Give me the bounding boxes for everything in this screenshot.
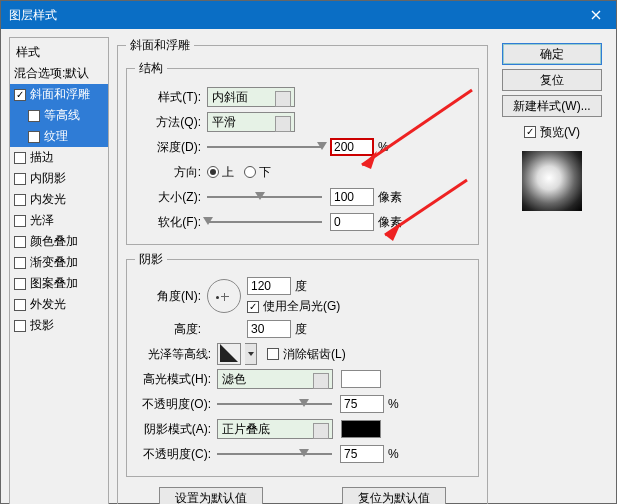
styles-list: 样式 混合选项:默认 斜面和浮雕等高线纹理描边内阴影内发光光泽颜色叠加渐变叠加图…	[9, 37, 109, 504]
titlebar[interactable]: 图层样式	[1, 1, 616, 29]
style-item-checkbox[interactable]	[14, 299, 26, 311]
size-label: 大小(Z):	[135, 189, 207, 206]
style-item-label: 颜色叠加	[30, 233, 78, 250]
close-button[interactable]	[576, 1, 616, 29]
style-item-checkbox[interactable]	[14, 89, 26, 101]
style-item-checkbox[interactable]	[14, 278, 26, 290]
style-item-0[interactable]: 斜面和浮雕	[10, 84, 108, 105]
style-item-label: 描边	[30, 149, 54, 166]
highlight-mode-combo[interactable]: 滤色	[217, 369, 333, 389]
preview-swatch	[522, 151, 582, 211]
style-item-4[interactable]: 内阴影	[10, 168, 108, 189]
depth-slider[interactable]	[207, 140, 322, 154]
gloss-label: 光泽等高线:	[135, 346, 217, 363]
cancel-button[interactable]: 复位	[502, 69, 602, 91]
direction-down-radio[interactable]	[244, 166, 256, 178]
style-item-label: 光泽	[30, 212, 54, 229]
soften-unit: 像素	[378, 214, 402, 231]
style-item-2[interactable]: 纹理	[10, 126, 108, 147]
style-item-checkbox[interactable]	[28, 131, 40, 143]
depth-label: 深度(D):	[135, 139, 207, 156]
bevel-group-title: 斜面和浮雕	[126, 37, 194, 54]
style-item-label: 内阴影	[30, 170, 66, 187]
style-item-7[interactable]: 颜色叠加	[10, 231, 108, 252]
highlight-opacity-input[interactable]: 75	[340, 395, 384, 413]
angle-wheel[interactable]	[207, 279, 241, 313]
reset-default-button[interactable]: 复位为默认值	[342, 487, 446, 504]
depth-input[interactable]: 200	[330, 138, 374, 156]
shadow-mode-combo[interactable]: 正片叠底	[217, 419, 333, 439]
size-unit: 像素	[378, 189, 402, 206]
highlight-opacity-slider[interactable]	[217, 397, 332, 411]
window-title: 图层样式	[9, 7, 576, 24]
style-item-label: 投影	[30, 317, 54, 334]
style-item-8[interactable]: 渐变叠加	[10, 252, 108, 273]
layer-style-dialog: 图层样式 样式 混合选项:默认 斜面和浮雕等高线纹理描边内阴影内发光光泽颜色叠加…	[0, 0, 617, 504]
style-item-5[interactable]: 内发光	[10, 189, 108, 210]
global-light-checkbox[interactable]	[247, 301, 259, 313]
style-item-3[interactable]: 描边	[10, 147, 108, 168]
shadow-opacity-input[interactable]: 75	[340, 445, 384, 463]
structure-title: 结构	[135, 60, 167, 77]
depth-unit: %	[378, 140, 389, 154]
styles-header: 样式	[10, 42, 108, 63]
style-item-label: 斜面和浮雕	[30, 86, 90, 103]
direction-label: 方向:	[135, 164, 207, 181]
altitude-label: 高度:	[135, 321, 207, 338]
style-item-checkbox[interactable]	[14, 236, 26, 248]
style-item-checkbox[interactable]	[14, 152, 26, 164]
new-style-button[interactable]: 新建样式(W)...	[502, 95, 602, 117]
antialias-checkbox[interactable]	[267, 348, 279, 360]
style-item-label: 外发光	[30, 296, 66, 313]
style-item-label: 等高线	[44, 107, 80, 124]
set-default-button[interactable]: 设置为默认值	[159, 487, 263, 504]
highlight-color-swatch[interactable]	[341, 370, 381, 388]
style-item-10[interactable]: 外发光	[10, 294, 108, 315]
angle-input[interactable]: 120	[247, 277, 291, 295]
style-label: 样式(T):	[135, 89, 207, 106]
style-item-1[interactable]: 等高线	[10, 105, 108, 126]
style-item-checkbox[interactable]	[14, 215, 26, 227]
structure-group: 结构 样式(T): 内斜面 方法(Q): 平滑 深度(D): 200 %	[126, 60, 479, 245]
style-item-checkbox[interactable]	[14, 173, 26, 185]
shadow-mode-label: 阴影模式(A):	[135, 421, 217, 438]
style-item-checkbox[interactable]	[28, 110, 40, 122]
preview-label: 预览(V)	[540, 124, 580, 141]
size-input[interactable]: 100	[330, 188, 374, 206]
settings-panel: 斜面和浮雕 结构 样式(T): 内斜面 方法(Q): 平滑 深度(D): 200	[117, 37, 488, 504]
angle-label: 角度(N):	[135, 288, 207, 305]
style-item-checkbox[interactable]	[14, 194, 26, 206]
direction-up-radio[interactable]	[207, 166, 219, 178]
technique-label: 方法(Q):	[135, 114, 207, 131]
soften-slider[interactable]	[207, 215, 322, 229]
style-item-label: 渐变叠加	[30, 254, 78, 271]
shadow-opacity-slider[interactable]	[217, 447, 332, 461]
style-item-11[interactable]: 投影	[10, 315, 108, 336]
shadow-opacity-label: 不透明度(C):	[135, 446, 217, 463]
soften-label: 软化(F):	[135, 214, 207, 231]
style-item-checkbox[interactable]	[14, 320, 26, 332]
style-combo[interactable]: 内斜面	[207, 87, 295, 107]
technique-combo[interactable]: 平滑	[207, 112, 295, 132]
shading-group: 阴影 角度(N): 120 度 使用全局光(G)	[126, 251, 479, 477]
preview-checkbox[interactable]	[524, 126, 536, 138]
highlight-mode-label: 高光模式(H):	[135, 371, 217, 388]
style-item-label: 内发光	[30, 191, 66, 208]
style-item-9[interactable]: 图案叠加	[10, 273, 108, 294]
shadow-color-swatch[interactable]	[341, 420, 381, 438]
size-slider[interactable]	[207, 190, 322, 204]
blend-defaults-item[interactable]: 混合选项:默认	[10, 63, 108, 84]
style-item-label: 图案叠加	[30, 275, 78, 292]
soften-input[interactable]: 0	[330, 213, 374, 231]
gloss-contour[interactable]	[217, 343, 241, 365]
highlight-opacity-label: 不透明度(O):	[135, 396, 217, 413]
ok-button[interactable]: 确定	[502, 43, 602, 65]
style-item-checkbox[interactable]	[14, 257, 26, 269]
style-item-label: 纹理	[44, 128, 68, 145]
right-panel: 确定 复位 新建样式(W)... 预览(V)	[496, 37, 608, 504]
bevel-group: 斜面和浮雕 结构 样式(T): 内斜面 方法(Q): 平滑 深度(D): 200	[117, 37, 488, 504]
altitude-input[interactable]: 30	[247, 320, 291, 338]
gloss-contour-dropdown[interactable]	[245, 343, 257, 365]
style-item-6[interactable]: 光泽	[10, 210, 108, 231]
shading-title: 阴影	[135, 251, 167, 268]
